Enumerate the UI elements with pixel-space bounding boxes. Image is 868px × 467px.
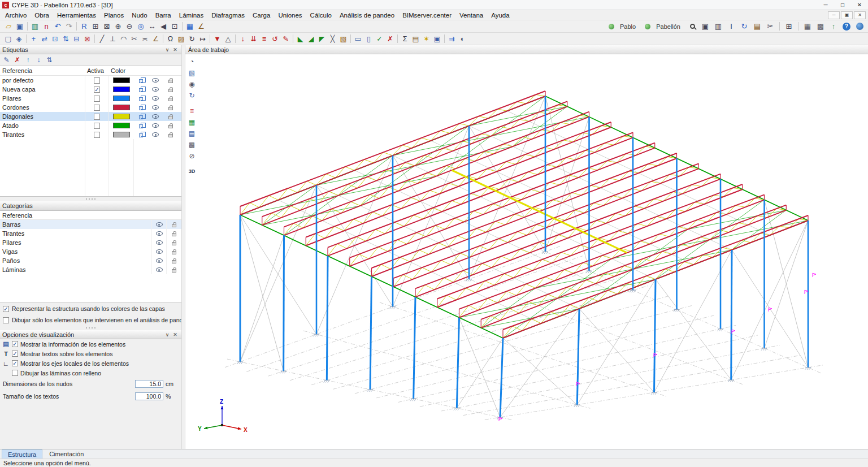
table-icon[interactable]: ▤ — [187, 128, 197, 138]
info-icon[interactable]: ▣ — [432, 33, 442, 44]
grid-icon[interactable]: ⊞ — [783, 21, 795, 32]
contrast-icon[interactable]: ◐ — [457, 33, 468, 44]
lock-icon[interactable] — [168, 134, 173, 137]
refresh-icon[interactable]: ↻ — [739, 21, 750, 32]
layer-row[interactable]: Nueva capa✓ — [0, 85, 181, 94]
lock-icon[interactable] — [172, 260, 176, 263]
display-option-checkbox[interactable]: ✓ — [3, 306, 9, 312]
bar-arc-icon[interactable]: ◠ — [118, 33, 129, 44]
eye-icon[interactable] — [152, 78, 159, 83]
isometric-view-icon[interactable]: ▧ — [187, 68, 197, 77]
category-row[interactable]: Barras — [0, 220, 181, 229]
cube-icon[interactable] — [139, 97, 143, 101]
search-icon[interactable] — [690, 24, 695, 29]
layer-active-checkbox[interactable] — [94, 105, 100, 111]
menu-planos[interactable]: Planos — [100, 10, 128, 20]
zoom-extents-icon[interactable]: ⊞ — [90, 21, 101, 32]
layer-row[interactable]: Cordones — [0, 103, 181, 112]
visualization-checkbox[interactable]: ✓ — [12, 360, 18, 366]
tab-estructura[interactable]: Estructura — [2, 449, 42, 459]
paint-layer-icon[interactable]: ▧ — [338, 33, 349, 44]
layer-color-swatch[interactable] — [113, 123, 130, 128]
eye-icon[interactable] — [156, 222, 163, 227]
shell-icon[interactable]: ▯ — [363, 33, 374, 44]
visualizacion-collapse-button[interactable]: ∨ — [163, 332, 171, 338]
layer-up-icon[interactable]: ↑ — [23, 55, 33, 65]
node-delete-icon[interactable]: ⊠ — [82, 33, 93, 44]
layer-colors-icon[interactable]: ≡ — [187, 106, 197, 115]
menu-herramientas[interactable]: Herramientas — [53, 10, 100, 20]
menu-carga[interactable]: Carga — [249, 10, 274, 20]
visibility-icon[interactable]: ◉ — [187, 79, 197, 89]
bar-angle-icon[interactable]: ∠ — [150, 33, 161, 44]
column-icon[interactable]: I — [726, 21, 737, 32]
node-new-icon[interactable]: + — [28, 33, 39, 44]
redraw-icon[interactable]: ◎ — [135, 21, 146, 32]
bar-cut-icon[interactable]: ✂ — [129, 33, 140, 44]
hide-elements-icon[interactable]: ⊘ — [187, 151, 197, 161]
menu-barra[interactable]: Barra — [151, 10, 175, 20]
load-edit-icon[interactable]: ✎ — [280, 33, 291, 44]
menu-diafragmas[interactable]: Diafragmas — [207, 10, 249, 20]
menu-archivo[interactable]: Archivo — [1, 10, 31, 20]
describe-profile-icon[interactable]: Ω — [165, 33, 176, 44]
menu-uniones[interactable]: Uniones — [274, 10, 306, 20]
category-row[interactable]: Paños — [0, 256, 181, 265]
user-icon[interactable] — [606, 21, 617, 32]
describe-material-icon[interactable]: ▨ — [176, 33, 186, 44]
user-icon[interactable] — [609, 24, 614, 29]
panel-splitter-handle[interactable] — [0, 326, 181, 330]
etiquetas-collapse-button[interactable]: ∨ — [163, 47, 171, 53]
eye-icon[interactable] — [156, 240, 163, 245]
eye-icon[interactable] — [156, 249, 163, 254]
cube-icon[interactable] — [139, 124, 143, 128]
layer-color-swatch[interactable] — [113, 96, 130, 101]
node-move-icon[interactable]: ⇄ — [39, 33, 50, 44]
visualization-checkbox[interactable] — [12, 370, 18, 376]
lock-icon[interactable] — [172, 224, 176, 227]
child-close-button[interactable]: ✕ — [854, 11, 866, 19]
support-icon[interactable]: ▼ — [212, 33, 223, 44]
minimize-button[interactable]: ─ — [817, 0, 834, 10]
layer-color-swatch[interactable] — [113, 105, 130, 110]
cube-icon[interactable] — [139, 115, 143, 119]
offset-icon[interactable]: ↦ — [197, 33, 208, 44]
bar-new-icon[interactable]: ╱ — [97, 33, 107, 44]
layer-row[interactable]: Pilares — [0, 94, 181, 103]
lock-icon[interactable] — [168, 89, 173, 92]
sum-icon[interactable]: Σ — [400, 33, 410, 44]
workspace-icon[interactable]: ◈ — [14, 33, 24, 44]
report-icon[interactable]: ▤ — [752, 21, 763, 32]
load-point-icon[interactable]: ↓ — [237, 33, 248, 44]
cross-brace-icon[interactable]: ╳ — [327, 33, 338, 44]
edit-layers-icon[interactable]: ✎ — [2, 55, 11, 65]
load-surface-icon[interactable]: ≡ — [259, 33, 270, 44]
load-line-icon[interactable]: ⇊ — [248, 33, 259, 44]
eye-icon[interactable] — [152, 132, 159, 137]
layer-active-checkbox[interactable] — [94, 96, 100, 102]
eye-icon[interactable] — [156, 258, 163, 263]
undo-icon[interactable]: ↶ — [52, 21, 63, 32]
redo-icon[interactable]: ↷ — [63, 21, 75, 32]
eye-icon[interactable] — [152, 123, 159, 128]
project-icon[interactable] — [642, 21, 653, 32]
lock-icon[interactable] — [172, 242, 176, 245]
tips-icon[interactable]: ✶ — [421, 33, 432, 44]
print-icon[interactable]: ▦ — [802, 21, 813, 32]
menu-ayuda[interactable]: Ayuda — [487, 10, 513, 20]
layer-order-icon[interactable]: ⇅ — [45, 55, 54, 65]
cype-update-icon[interactable]: n — [41, 21, 52, 32]
frame-view-icon[interactable]: ▦ — [184, 21, 196, 32]
panel-splitter-handle[interactable] — [0, 197, 181, 201]
category-row[interactable]: Vigas — [0, 247, 181, 256]
eye-icon[interactable] — [156, 231, 163, 236]
layer-active-checkbox[interactable] — [94, 132, 100, 138]
text-size-input[interactable]: 100.0 — [135, 392, 163, 400]
node-size-input[interactable]: 15.0 — [135, 380, 163, 388]
lock-icon[interactable] — [168, 116, 173, 119]
pan-icon[interactable]: ↔ — [146, 21, 158, 32]
cube-icon[interactable] — [139, 106, 143, 110]
close-button[interactable]: ✕ — [851, 0, 868, 10]
zoom-reference-icon[interactable]: R — [79, 21, 90, 32]
save-icon[interactable]: ▣ — [14, 21, 25, 32]
